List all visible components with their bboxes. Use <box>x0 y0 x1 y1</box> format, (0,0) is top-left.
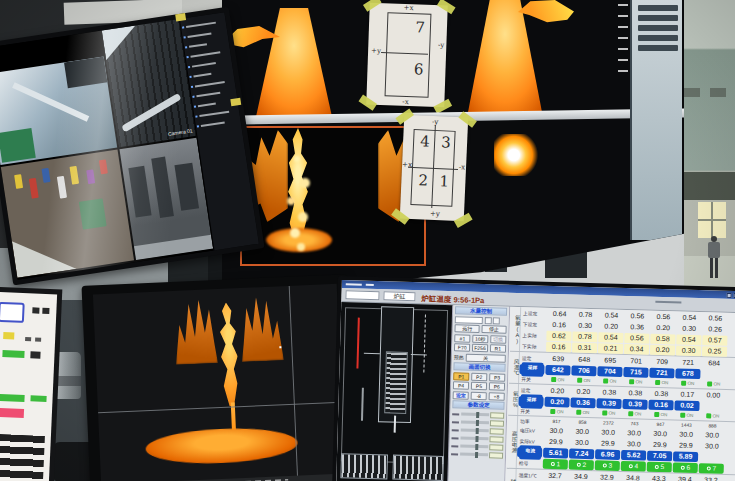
green-machine <box>0 128 36 163</box>
cctv-tree-item[interactable] <box>201 121 225 127</box>
dark-corner <box>64 57 107 89</box>
f256-button[interactable]: F256 <box>472 344 489 352</box>
value-input[interactable] <box>455 316 483 324</box>
value-cell: 7.24 <box>569 448 594 459</box>
interval-button[interactable]: 10秒 <box>472 334 489 342</box>
scada-screen: 炉缸 炉缸温度 9:56-1Pa <box>336 280 735 481</box>
hmi-button[interactable] <box>32 307 39 313</box>
value-cell: 5.89 <box>673 451 698 462</box>
hmi-button-green[interactable] <box>0 394 25 402</box>
screen-button-p1[interactable]: P1 <box>453 372 470 380</box>
value-cell: 743 <box>622 420 647 426</box>
minimize-button[interactable] <box>727 292 732 297</box>
on-toggle[interactable]: ON <box>674 412 699 418</box>
value-cell: 0.02 <box>674 400 699 411</box>
tape-corner <box>363 0 382 12</box>
cctv-tree-item[interactable] <box>196 92 220 98</box>
cctv-monitor: Camera 01 <box>0 7 265 286</box>
tab-run[interactable]: 运行 <box>454 324 479 333</box>
value-cell: 639 <box>546 355 571 363</box>
hmi-button[interactable] <box>30 351 40 358</box>
axis-label: -x <box>402 98 409 106</box>
slider-row[interactable] <box>451 450 503 459</box>
cctv-tree-item[interactable] <box>190 51 220 57</box>
on-toggle[interactable]: ON <box>649 380 674 386</box>
tab-stop[interactable]: 停止 <box>481 325 506 334</box>
hmi-button[interactable] <box>25 337 31 341</box>
on-toggle[interactable]: ON <box>675 380 700 386</box>
switch-button[interactable]: 切换 <box>490 335 507 343</box>
on-toggle[interactable]: ON <box>648 412 673 418</box>
cctv-tree-item[interactable] <box>192 62 216 68</box>
on-toggle[interactable]: ON <box>597 378 622 384</box>
table-group: 氧量(A)上设定0.640.780.540.560.560.540.56下设定0… <box>510 307 735 358</box>
cctv-tree-item[interactable] <box>195 81 225 87</box>
value-cell: 0.56 <box>624 333 649 344</box>
screen-button-p5[interactable]: P5 <box>471 382 488 390</box>
tree-item-icon <box>195 115 197 117</box>
plus8-button[interactable]: +8 <box>488 392 505 400</box>
value-cell: 0.54 <box>676 334 701 345</box>
toolbar-field[interactable] <box>345 290 379 300</box>
on-toggle[interactable]: ON <box>596 410 621 416</box>
hmi-button-yellow[interactable] <box>3 332 14 339</box>
furnace-selector[interactable]: 炉缸 <box>383 291 415 301</box>
sidebar-menu-row[interactable] <box>638 5 678 11</box>
camera-feed[interactable] <box>1 150 134 278</box>
tree-item-icon <box>182 26 184 28</box>
crosshair-vertical <box>289 286 299 481</box>
minus8-button[interactable]: -8 <box>470 391 487 399</box>
cctv-tree-item[interactable] <box>186 22 216 28</box>
sidebar-menu-row[interactable] <box>638 25 678 31</box>
camera-feed[interactable] <box>0 57 117 165</box>
person-silhouette <box>706 236 722 280</box>
r1-button[interactable]: R1 <box>490 344 507 352</box>
cctv-tree-item[interactable] <box>193 73 211 78</box>
on-toggle[interactable]: ON <box>570 410 595 416</box>
sidebar-menu-row[interactable] <box>638 15 678 21</box>
hmi-button-red[interactable] <box>0 408 24 418</box>
hmi-button-green[interactable] <box>30 395 46 402</box>
on-toggle[interactable]: ON <box>622 411 647 417</box>
on-toggle[interactable]: ON <box>623 379 648 385</box>
on-toggle[interactable]: ON <box>700 413 725 419</box>
on-toggle[interactable]: ON <box>701 381 726 387</box>
cctv-camera-grid: Camera 01 <box>0 19 213 280</box>
axis-label: +y <box>430 210 440 218</box>
screen-button-p2[interactable]: P2 <box>471 372 488 380</box>
preheat-off-select[interactable]: 关 <box>465 353 506 362</box>
hmi-button-green[interactable] <box>2 350 24 358</box>
screen-button-p3[interactable]: P3 <box>489 373 506 381</box>
hmi-button[interactable] <box>35 337 41 341</box>
cctv-tree-item[interactable] <box>199 111 229 117</box>
value-cell: 6 <box>673 462 698 473</box>
cctv-tree-item[interactable] <box>198 103 216 108</box>
browse-icon[interactable] <box>493 317 500 324</box>
selected-box[interactable] <box>0 302 25 323</box>
hall-vent <box>684 88 700 97</box>
gun1-button[interactable]: #1 <box>454 334 471 342</box>
screen-button-p4[interactable]: P4 <box>453 381 470 389</box>
furnace-status-text: 炉缸温度 9:56-1Pa <box>421 292 484 305</box>
value-cell: 0.20 <box>651 324 676 332</box>
value-cell: 30.0 <box>674 430 699 438</box>
setting-button[interactable]: 设定 <box>453 391 470 399</box>
sidebar-menu-row[interactable] <box>638 45 678 51</box>
f70-button[interactable]: F70 <box>454 343 471 351</box>
cctv-tree-item[interactable] <box>187 32 211 38</box>
scada-monitor: 炉缸 炉缸温度 9:56-1Pa <box>332 276 735 481</box>
hmi-button-grid[interactable] <box>0 434 45 481</box>
value-cell: 30.0 <box>700 431 725 439</box>
on-toggle[interactable]: ON <box>571 378 596 384</box>
on-toggle[interactable]: ON <box>544 409 569 415</box>
control-panel: 水量控制 运行 停止 #1 10秒 切换 <box>448 305 510 481</box>
apply-icon[interactable] <box>484 317 491 324</box>
on-toggle[interactable]: ON <box>545 377 570 383</box>
thermal-feed-splash-frame <box>240 126 426 266</box>
hmi-button[interactable] <box>42 308 49 314</box>
cctv-tree-item[interactable] <box>189 43 207 48</box>
value-cell: 30.0 <box>648 430 673 438</box>
value-cell: 5.62 <box>621 449 646 460</box>
screen-button-p6[interactable]: P6 <box>489 382 506 390</box>
sidebar-menu-row[interactable] <box>638 35 678 41</box>
